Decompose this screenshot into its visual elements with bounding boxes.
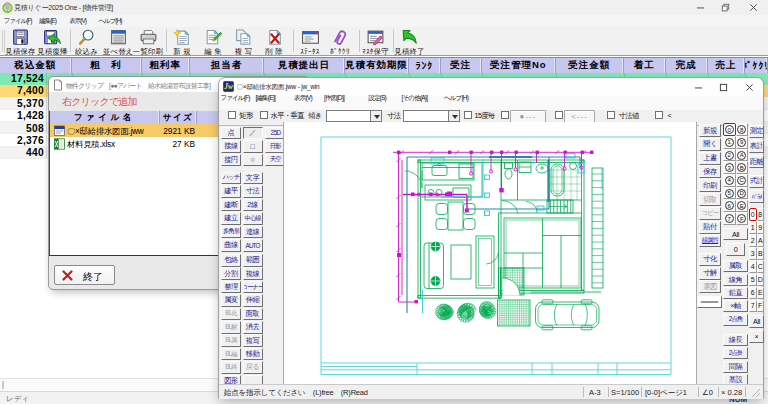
jw-checkbox-dotline[interactable] bbox=[501, 111, 509, 119]
jw-menu-item-4[interactable]: 設定(S) bbox=[368, 94, 386, 103]
jw-right-tool-上書[interactable]: 上書 bbox=[699, 152, 721, 165]
grid-header-cell[interactable]: 粗 利 bbox=[72, 58, 142, 73]
jw-menu-item-2[interactable]: 表示(V) bbox=[294, 94, 312, 103]
jw-left-tool-BL属[interactable]: BL属 bbox=[221, 334, 241, 347]
jw-layers-all-button[interactable]: All bbox=[723, 228, 748, 240]
jw-layer-F[interactable]: F bbox=[736, 212, 749, 225]
jw-group-F[interactable]: F bbox=[757, 300, 765, 313]
jw-checkbox-15deg[interactable] bbox=[464, 111, 472, 119]
jw-left-tool-範囲[interactable]: 範囲 bbox=[243, 254, 263, 267]
jw-left-tool-コーナー[interactable]: コーナー bbox=[243, 281, 263, 294]
jw-snap-2点角[interactable]: 2点角 bbox=[723, 314, 748, 326]
grid-header-cell[interactable]: 売上 bbox=[708, 58, 745, 73]
jw-layer-9[interactable]: 9 bbox=[736, 136, 749, 149]
jw-group-4[interactable]: 4 bbox=[749, 260, 757, 273]
jw-group-0[interactable]: 0 bbox=[749, 208, 757, 221]
jw-right-tool-開く[interactable]: 開く bbox=[699, 138, 721, 151]
jw-group-E[interactable]: E bbox=[757, 287, 765, 300]
jw-checkbox-dimval[interactable] bbox=[607, 111, 615, 119]
jw-left-tool-2線[interactable]: 2線 bbox=[243, 199, 263, 212]
clip-list-header-cell[interactable]: サイズ bbox=[160, 111, 198, 124]
jw-maximize-button[interactable] bbox=[711, 80, 737, 94]
grid-header-cell[interactable]: 完成 bbox=[666, 58, 709, 73]
jw-right-tool-選図[interactable]: 選図 bbox=[699, 280, 721, 293]
jw-layer-group-current[interactable]: 0 bbox=[726, 243, 745, 256]
jw-status-drawing-scale[interactable]: S=1/100 bbox=[611, 388, 639, 397]
jw-snap-線角[interactable]: 線角 bbox=[723, 274, 748, 286]
jw-layer-C[interactable]: C bbox=[736, 174, 749, 187]
jw-checkbox-hv[interactable] bbox=[260, 111, 268, 119]
jw-menu-item-0[interactable]: ファイル(F) bbox=[220, 94, 249, 103]
jw-left-tool-多角形[interactable]: 多角形 bbox=[221, 226, 241, 239]
jw-group-5[interactable]: 5 bbox=[749, 274, 757, 287]
jw-calc-表計[interactable]: 表計 bbox=[749, 140, 764, 153]
grid-header-cell[interactable]: ﾗﾝｸ bbox=[409, 58, 441, 73]
jw-snap-線長[interactable]: 線長 bbox=[723, 334, 748, 346]
jw-drawing-canvas[interactable] bbox=[283, 122, 697, 384]
grid-header-cell[interactable]: 受注 bbox=[441, 58, 483, 73]
jw-calc-ﾊﾟﾗﾒ[interactable]: ﾊﾟﾗﾒ bbox=[749, 190, 764, 203]
jw-right-tool-線属性[interactable]: 線属性 bbox=[699, 234, 721, 247]
jw-layer-B[interactable]: B bbox=[736, 161, 749, 174]
jw-checkbox-lt[interactable] bbox=[655, 111, 663, 119]
jw-snap-間隔[interactable]: 間隔 bbox=[723, 361, 748, 373]
main-restore-button[interactable] bbox=[712, 0, 738, 14]
jw-left-tool-連線[interactable]: 連線 bbox=[243, 226, 263, 239]
jw-dotline-button[interactable]: ●--- bbox=[510, 110, 546, 123]
jw-snap-属取[interactable]: 属取 bbox=[723, 260, 748, 272]
clip-exit-button[interactable]: 終了 bbox=[54, 265, 115, 285]
main-menu-item-1[interactable]: 編集(E) bbox=[39, 17, 56, 26]
jw-left-tool-属変[interactable]: 属変 bbox=[221, 294, 241, 307]
jw-left-tool-曲線[interactable]: 曲線 bbox=[221, 239, 241, 252]
jw-group-A[interactable]: A bbox=[757, 234, 765, 247]
jw-left-tool-複写[interactable]: 複写 bbox=[243, 334, 263, 347]
jw-group-6[interactable]: 6 bbox=[749, 287, 757, 300]
jw-layer-A[interactable]: A bbox=[736, 149, 749, 162]
jw-left-tool-移動[interactable]: 移動 bbox=[243, 348, 263, 361]
dropdown-arrow-icon[interactable] bbox=[370, 111, 381, 121]
jw-layer-7[interactable]: 7 bbox=[723, 212, 736, 225]
resize-grip-icon[interactable] bbox=[749, 386, 761, 398]
jw-snap-鉛直[interactable]: 鉛直 bbox=[723, 287, 748, 299]
scrollbar-thumb[interactable] bbox=[2, 381, 4, 389]
dropdown-arrow-icon[interactable] bbox=[448, 111, 459, 121]
jw-groups-all-button[interactable]: All bbox=[749, 315, 764, 328]
jw-groups-close-button[interactable]: × bbox=[749, 330, 764, 343]
jw-left-tool-BL解[interactable]: BL解 bbox=[221, 321, 241, 334]
jw-status-layer-page[interactable]: [0-0]ページ1 bbox=[645, 388, 687, 398]
jw-left-tool-○[interactable]: ○ bbox=[243, 154, 263, 167]
jw-close-button[interactable] bbox=[737, 80, 763, 94]
jw-left-tool-接円[interactable]: 接円 bbox=[221, 154, 241, 167]
grid-header-cell[interactable]: 見積有効期限 bbox=[345, 58, 409, 73]
jw-right-tool-貼付[interactable]: 貼付 bbox=[699, 221, 721, 234]
jw-group-2[interactable]: 2 bbox=[749, 234, 757, 247]
jw-calc-距離[interactable]: 距離 bbox=[749, 155, 764, 168]
jw-status-paper-size[interactable]: A-3 bbox=[589, 388, 601, 397]
jw-group-B[interactable]: B bbox=[757, 247, 765, 260]
main-toolbar-button-12[interactable]: 見積終了 bbox=[391, 28, 429, 55]
jw-group-C[interactable]: C bbox=[757, 260, 765, 273]
jw-left-tool-包絡[interactable]: 包絡 bbox=[221, 254, 241, 267]
jw-left-tool-戻る[interactable]: 戻る bbox=[243, 361, 263, 374]
jw-left-tool-建断[interactable]: 建断 bbox=[221, 199, 241, 212]
jw-left-tool-ハッチ[interactable]: ハッチ bbox=[221, 172, 241, 185]
clip-list-header-cell[interactable]: ファイル名 bbox=[50, 111, 160, 124]
jw-left-tool-BL終[interactable]: BL終 bbox=[221, 361, 241, 374]
grid-header-cell[interactable]: 受注管理No bbox=[482, 58, 556, 73]
jw-right-tool-コピー[interactable]: コピー bbox=[699, 207, 721, 220]
jw-group-D[interactable]: D bbox=[757, 274, 765, 287]
grid-header-cell[interactable]: 担当者 bbox=[190, 58, 264, 73]
jw-left-tool-建立[interactable]: 建立 bbox=[221, 212, 241, 225]
jw-group-3[interactable]: 3 bbox=[749, 247, 757, 260]
jw-menu-item-3[interactable]: [作図(D)] bbox=[324, 94, 344, 103]
jw-left-tool-BL化[interactable]: BL化 bbox=[221, 308, 241, 321]
jw-layer-3[interactable]: 3 bbox=[723, 161, 736, 174]
jw-left-tool-面取[interactable]: 面取 bbox=[243, 308, 263, 321]
jw-layer-1[interactable]: 1 bbox=[723, 136, 736, 149]
jw-layer-5[interactable]: 5 bbox=[723, 187, 736, 200]
jw-snap-2点長[interactable]: 2点長 bbox=[723, 347, 748, 359]
jw-left-tool-伸縮[interactable]: 伸縮 bbox=[243, 294, 263, 307]
jw-left-tool-AUTO[interactable]: AUTO bbox=[243, 239, 263, 252]
jw-menu-item-1[interactable]: [編集(E)] bbox=[255, 94, 275, 103]
grid-header-cell[interactable]: 着工 bbox=[624, 58, 666, 73]
